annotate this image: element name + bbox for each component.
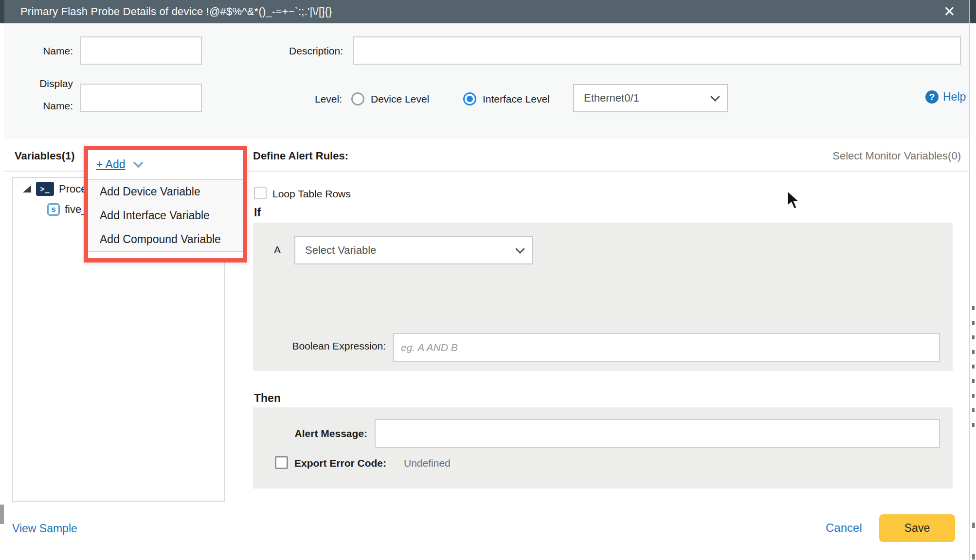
display-name-input[interactable] bbox=[80, 84, 202, 112]
select-variable-value: Select Variable bbox=[305, 244, 515, 257]
chevron-down-icon bbox=[515, 244, 525, 254]
background-page-text-fragment bbox=[972, 554, 975, 560]
condition-a-label: A bbox=[274, 244, 281, 256]
mouse-cursor bbox=[786, 190, 806, 211]
loop-table-rows-checkbox[interactable] bbox=[254, 187, 267, 199]
alert-message-label: Alert Message: bbox=[253, 428, 367, 439]
name-label: Name: bbox=[19, 45, 73, 57]
tree-row-process[interactable]: >_ Proces bbox=[23, 182, 92, 196]
define-alert-rules-header: Define Alert Rules: bbox=[253, 150, 348, 162]
boolean-expression-label: Boolean Expression: bbox=[253, 340, 386, 352]
chevron-down-icon[interactable] bbox=[133, 158, 144, 168]
probe-details-dialog: Primary Flash Probe Details of device !@… bbox=[4, 0, 970, 560]
cancel-button[interactable]: Cancel bbox=[826, 521, 862, 535]
alert-message-input[interactable] bbox=[375, 419, 940, 448]
add-variable-menu-highlight: + Add Add Device Variable Add Interface … bbox=[84, 146, 247, 262]
select-monitor-variables-link[interactable]: Select Monitor Variables(0) bbox=[778, 150, 961, 162]
help-link[interactable]: ? Help bbox=[925, 90, 966, 104]
view-sample-link[interactable]: View Sample bbox=[12, 522, 77, 535]
help-question-icon: ? bbox=[925, 90, 939, 104]
variables-header: Variables(1) bbox=[15, 150, 75, 162]
add-button[interactable]: + Add bbox=[96, 158, 125, 171]
interface-level-radio[interactable] bbox=[463, 92, 476, 105]
device-level-label[interactable]: Device Level bbox=[371, 93, 429, 105]
add-variable-menu: Add Device Variable Add Interface Variab… bbox=[88, 179, 243, 252]
save-button[interactable]: Save bbox=[879, 514, 955, 542]
help-label: Help bbox=[943, 90, 966, 104]
string-variable-icon: s bbox=[47, 203, 60, 216]
interface-level-label[interactable]: Interface Level bbox=[483, 93, 550, 105]
menu-item-add-device-variable[interactable]: Add Device Variable bbox=[88, 180, 243, 204]
name-input[interactable] bbox=[80, 36, 202, 65]
background-page-text-sliver bbox=[972, 306, 975, 438]
device-level-radio[interactable] bbox=[351, 92, 364, 105]
interface-select[interactable]: Ethernet0/1 bbox=[573, 84, 728, 112]
description-input[interactable] bbox=[353, 36, 961, 65]
menu-item-add-compound-variable[interactable]: Add Compound Variable bbox=[88, 228, 243, 251]
description-label: Description: bbox=[263, 45, 343, 57]
terminal-icon: >_ bbox=[36, 182, 54, 196]
background-page-left-fragment bbox=[0, 505, 4, 524]
export-error-code-checkbox[interactable] bbox=[275, 456, 288, 469]
dialog-titlebar: Primary Flash Probe Details of device !@… bbox=[4, 0, 969, 23]
if-label: If bbox=[254, 206, 261, 219]
tree-expand-caret-icon[interactable] bbox=[23, 185, 31, 192]
tree-row-five[interactable]: s five_ bbox=[47, 203, 87, 216]
background-page-text-fragment bbox=[972, 523, 975, 528]
loop-table-rows-label[interactable]: Loop Table Rows bbox=[272, 188, 351, 200]
export-error-code-value: Undefined bbox=[404, 457, 451, 469]
level-label: Level: bbox=[292, 93, 342, 105]
interface-select-value: Ethernet0/1 bbox=[584, 92, 710, 105]
display-name-label-line1: Display bbox=[19, 78, 73, 89]
add-button-row: + Add bbox=[88, 150, 243, 179]
dialog-title: Primary Flash Probe Details of device !@… bbox=[20, 5, 943, 18]
then-label: Then bbox=[254, 392, 281, 405]
close-icon[interactable]: ✕ bbox=[943, 4, 956, 19]
display-name-label-line2: Name: bbox=[19, 100, 73, 112]
chevron-down-icon bbox=[710, 92, 720, 102]
select-variable-dropdown[interactable]: Select Variable bbox=[294, 236, 533, 264]
export-error-code-label[interactable]: Export Error Code: bbox=[294, 457, 386, 469]
boolean-expression-input[interactable] bbox=[393, 333, 940, 362]
menu-item-add-interface-variable[interactable]: Add Interface Variable bbox=[88, 204, 243, 228]
